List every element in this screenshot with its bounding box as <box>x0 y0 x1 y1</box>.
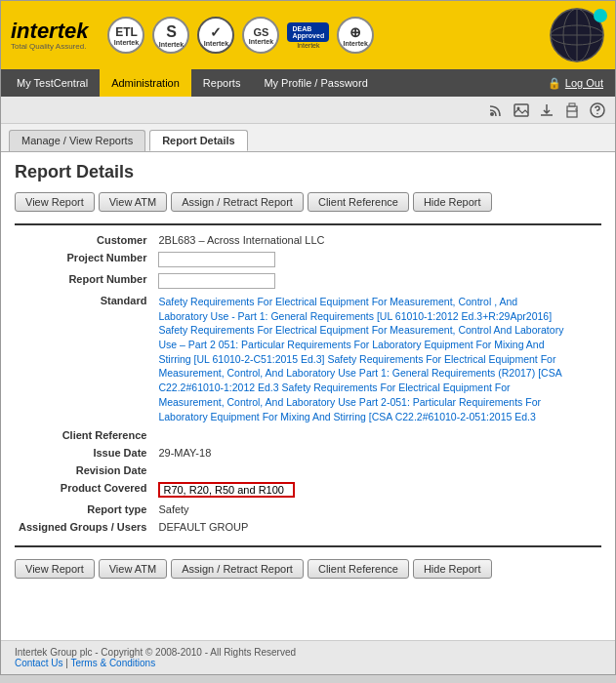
svg-point-10 <box>575 108 577 110</box>
separator-bottom <box>15 545 601 547</box>
lock-icon: 🔒 <box>548 77 561 90</box>
product-covered-label: Product Covered <box>15 479 154 501</box>
sub-nav <box>1 97 615 124</box>
header-badges: ETL Intertek S Intertek ✓ Intertek GS In… <box>107 17 549 54</box>
client-reference-button-bottom[interactable]: Client Reference <box>308 559 409 579</box>
report-number-row: Report Number <box>15 270 601 292</box>
view-report-button-bottom[interactable]: View Report <box>15 559 95 579</box>
svg-rect-9 <box>569 103 575 106</box>
standard-value: Safety Requirements For Electrical Equip… <box>154 292 601 426</box>
separator <box>15 223 601 225</box>
help-icon[interactable] <box>588 100 607 120</box>
standard-text: Safety Requirements For Electrical Equip… <box>158 295 568 423</box>
footer-links: Contact Us | Terms & Conditions <box>15 658 601 668</box>
revision-date-row: Revision Date <box>15 462 601 479</box>
deab-text: DEABApproved <box>287 22 329 42</box>
report-type-value: Safety <box>154 501 601 518</box>
report-number-value <box>154 270 601 292</box>
svg-rect-8 <box>567 111 577 117</box>
nav-my-testcentral[interactable]: My TestCentral <box>5 69 100 97</box>
project-number-label: Project Number <box>15 249 154 270</box>
client-reference-label: Client Reference <box>15 426 154 444</box>
logo-tagline: Total Quality Assured. <box>11 42 88 51</box>
s-label: Intertek <box>159 41 184 48</box>
client-reference-value <box>154 426 601 444</box>
hide-report-button-bottom[interactable]: Hide Report <box>413 559 492 579</box>
client-reference-row: Client Reference <box>15 426 601 444</box>
view-report-button-top[interactable]: View Report <box>15 192 95 212</box>
tab-report-details[interactable]: Report Details <box>149 130 248 151</box>
nav-profile[interactable]: My Profile / Password <box>252 69 379 97</box>
s-symbol: S <box>166 23 177 41</box>
image-icon[interactable] <box>512 100 531 120</box>
check-label: Intertek <box>204 40 228 47</box>
view-atm-button-bottom[interactable]: View ATM <box>99 559 168 579</box>
project-number-row: Project Number <box>15 249 601 270</box>
footer-copyright: Intertek Group plc - Copyright © 2008-20… <box>15 647 601 658</box>
assign-retract-button-bottom[interactable]: Assign / Retract Report <box>171 559 304 579</box>
standard-label: Standard <box>15 292 154 426</box>
product-covered-value <box>154 479 601 501</box>
logout-link[interactable]: Log Out <box>565 77 603 89</box>
report-type-row: Report type Safety <box>15 501 601 518</box>
standard-row: Standard Safety Requirements For Electri… <box>15 292 601 426</box>
customer-value: 2BL683 – Across International LLC <box>154 231 601 249</box>
client-reference-button-top[interactable]: Client Reference <box>308 192 409 212</box>
hide-report-button-top[interactable]: Hide Report <box>413 192 492 212</box>
check-symbol: ✓ <box>210 24 222 40</box>
issue-date-row: Issue Date 29-MAY-18 <box>15 444 601 462</box>
etl-symbol: ETL <box>115 25 138 39</box>
report-type-label: Report type <box>15 501 154 518</box>
bottom-toolbar: View Report View ATM Assign / Retract Re… <box>15 559 601 579</box>
download-icon[interactable] <box>537 100 556 120</box>
teal-indicator <box>594 9 607 22</box>
gs-label: Intertek <box>249 38 273 45</box>
nav-reports[interactable]: Reports <box>191 69 253 97</box>
tab-manage-reports[interactable]: Manage / View Reports <box>9 130 145 151</box>
assigned-groups-row: Assigned Groups / Users DEFAULT GROUP <box>15 518 601 536</box>
etl-label: Intertek <box>114 39 139 46</box>
badge-target: ⊕ Intertek <box>337 17 374 54</box>
badge-gs: GS Intertek <box>242 17 279 54</box>
product-covered-row: Product Covered <box>15 479 601 501</box>
header: intertek Total Quality Assured. ETL Inte… <box>1 1 615 69</box>
nav-right: 🔒 Log Out <box>548 69 611 97</box>
svg-point-12 <box>596 112 598 114</box>
logo-text: intertek <box>11 20 88 42</box>
tabs-row: Manage / View Reports Report Details <box>1 124 615 152</box>
top-toolbar: View Report View ATM Assign / Retract Re… <box>15 192 601 212</box>
logo: intertek Total Quality Assured. <box>11 20 88 51</box>
assigned-groups-value: DEFAULT GROUP <box>154 518 601 536</box>
report-number-input[interactable] <box>158 273 275 289</box>
issue-date-label: Issue Date <box>15 444 154 462</box>
revision-date-label: Revision Date <box>15 462 154 479</box>
svg-rect-6 <box>514 104 528 116</box>
footer-terms-link[interactable]: Terms & Conditions <box>70 658 155 668</box>
footer-contact-link[interactable]: Contact Us <box>15 658 62 668</box>
page-title: Report Details <box>15 162 601 182</box>
issue-date-value: 29-MAY-18 <box>154 444 601 462</box>
badge-etl: ETL Intertek <box>107 17 144 54</box>
report-number-label: Report Number <box>15 270 154 292</box>
footer: Intertek Group plc - Copyright © 2008-20… <box>1 640 615 674</box>
navbar: My TestCentral Administration Reports My… <box>1 69 615 97</box>
assign-retract-button-top[interactable]: Assign / Retract Report <box>171 192 304 212</box>
rss-icon[interactable] <box>486 100 506 120</box>
form-table: Customer 2BL683 – Across International L… <box>15 231 601 536</box>
project-number-input[interactable] <box>158 252 275 267</box>
view-atm-button-top[interactable]: View ATM <box>99 192 168 212</box>
nav-administration[interactable]: Administration <box>100 69 191 97</box>
print-icon[interactable] <box>562 100 582 120</box>
gs-symbol: GS <box>254 26 269 38</box>
customer-row: Customer 2BL683 – Across International L… <box>15 231 601 249</box>
revision-date-value <box>154 462 601 479</box>
deab-label: Intertek <box>297 42 319 49</box>
customer-label: Customer <box>15 231 154 249</box>
badge-check: ✓ Intertek <box>197 17 234 54</box>
badge-deab: DEABApproved Intertek <box>287 22 329 49</box>
main-content: Report Details View Report View ATM Assi… <box>1 152 615 640</box>
product-covered-input[interactable] <box>158 482 295 498</box>
svg-point-5 <box>490 112 494 116</box>
target-label: Intertek <box>344 40 368 47</box>
assigned-groups-label: Assigned Groups / Users <box>15 518 154 536</box>
